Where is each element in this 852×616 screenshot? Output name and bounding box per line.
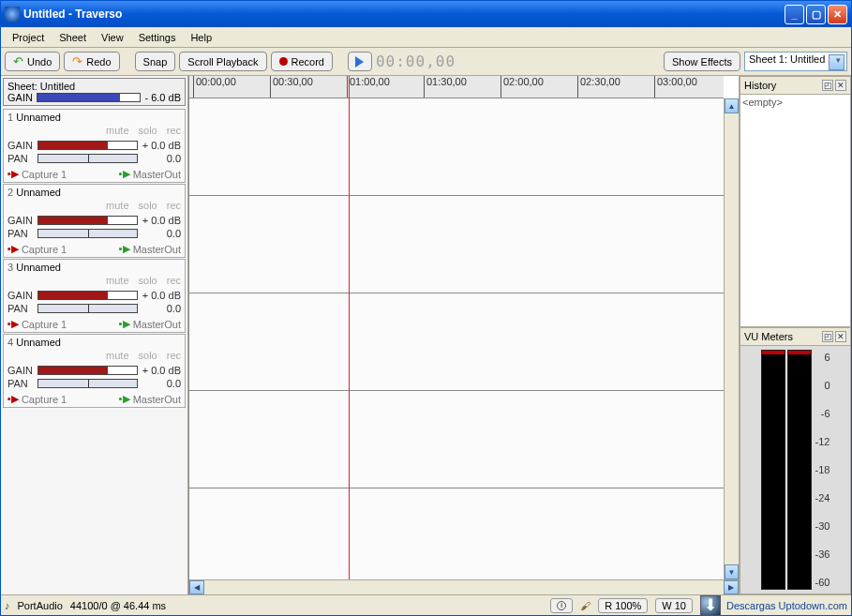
info-button[interactable]: i	[550, 598, 573, 613]
gain-slider[interactable]	[37, 141, 138, 150]
input-bus[interactable]: ▪▶Capture 1	[7, 393, 67, 405]
scroll-left-icon[interactable]: ◀	[189, 580, 204, 594]
zoom-r-label: R 100%	[605, 600, 641, 611]
record-button[interactable]: Record	[271, 52, 333, 71]
minimize-button[interactable]: _	[785, 5, 804, 24]
track-name[interactable]: Unnamed	[16, 262, 61, 273]
pan-slider[interactable]	[37, 304, 138, 313]
ruler-mark: 03:00,00	[654, 76, 697, 98]
input-bus[interactable]: ▪▶Capture 1	[7, 168, 67, 180]
rec-button[interactable]: rec	[167, 200, 181, 211]
undock-icon[interactable]: ◰	[822, 331, 833, 342]
show-effects-label: Show Effects	[672, 56, 732, 68]
playhead[interactable]	[349, 76, 350, 579]
output-icon: ▪▶	[119, 168, 130, 180]
output-bus[interactable]: ▪▶MasterOut	[119, 168, 181, 180]
track-number: 1	[7, 112, 13, 123]
vertical-scrollbar[interactable]: ▲ ▼	[724, 98, 739, 579]
track-name[interactable]: Unnamed	[16, 112, 61, 123]
rec-button[interactable]: rec	[167, 350, 181, 361]
zoom-w-button[interactable]: W 10	[655, 598, 693, 613]
close-button[interactable]: ✕	[828, 5, 847, 24]
close-panel-icon[interactable]: ✕	[835, 80, 846, 91]
track-lane[interactable]	[189, 293, 739, 391]
menu-project[interactable]: Project	[5, 29, 52, 46]
track-name[interactable]: Unnamed	[16, 187, 61, 198]
gain-value: + 0.0 dB	[142, 365, 181, 376]
mute-button[interactable]: mute	[106, 350, 128, 361]
gain-slider[interactable]	[37, 216, 138, 225]
undo-label: Undo	[27, 56, 52, 68]
time-ruler[interactable]: 00:00,00 00:30,00 01:00,00 01:30,00 02:0…	[189, 76, 724, 98]
horizontal-scrollbar[interactable]: ◀ ▶	[189, 579, 739, 594]
mute-button[interactable]: mute	[106, 200, 128, 211]
undock-icon[interactable]: ◰	[822, 80, 833, 91]
history-panel[interactable]: <empty>	[740, 95, 851, 327]
output-bus[interactable]: ▪▶MasterOut	[119, 393, 181, 405]
sheet-gain-label: GAIN	[7, 92, 33, 103]
scroll-playback-button[interactable]: Scroll Playback	[179, 52, 266, 71]
vu-panel-title: VU Meters ◰✕	[740, 327, 851, 346]
show-effects-button[interactable]: Show Effects	[664, 52, 740, 71]
track-lane[interactable]	[189, 488, 739, 586]
rec-button[interactable]: rec	[167, 125, 181, 136]
pan-value: 0.0	[142, 228, 181, 239]
mute-button[interactable]: mute	[106, 125, 128, 136]
mute-button[interactable]: mute	[106, 275, 128, 286]
pan-value: 0.0	[142, 153, 181, 164]
scroll-right-icon[interactable]: ▶	[724, 580, 739, 594]
sample-rate: 44100/0 @ 46.44 ms	[70, 600, 166, 611]
close-panel-icon[interactable]: ✕	[835, 331, 846, 342]
track-header[interactable]: 4 UnnamedmutesolorecGAIN+ 0.0 dBPAN0.0▪▶…	[3, 334, 186, 408]
gain-slider[interactable]	[37, 366, 138, 375]
input-bus[interactable]: ▪▶Capture 1	[7, 243, 67, 255]
output-icon: ▪▶	[119, 243, 130, 255]
track-lane[interactable]	[189, 98, 739, 196]
undo-button[interactable]: ↶Undo	[5, 52, 60, 71]
pan-slider[interactable]	[37, 229, 138, 238]
gain-label: GAIN	[7, 290, 34, 301]
timecode-display: 00:00,00	[376, 53, 456, 70]
track-lane[interactable]	[189, 391, 739, 488]
rec-button[interactable]: rec	[167, 275, 181, 286]
menu-sheet[interactable]: Sheet	[52, 29, 94, 46]
sheet-header: Sheet: Untitled GAIN - 6.0 dB	[3, 78, 186, 106]
tracks-panel: Sheet: Untitled GAIN - 6.0 dB 1 Unnamedm…	[1, 76, 188, 594]
solo-button[interactable]: solo	[139, 125, 157, 136]
zoom-r-button[interactable]: R 100%	[598, 598, 648, 613]
tracks-canvas[interactable]	[189, 98, 739, 594]
tool-icon[interactable]: 🖌	[580, 600, 590, 611]
vu-panel: 6 0 -6 -12 -18 -24 -30 -36 -60	[740, 346, 851, 594]
vu-meter-left	[761, 350, 785, 590]
menu-settings[interactable]: Settings	[131, 29, 184, 46]
track-header[interactable]: 2 UnnamedmutesolorecGAIN+ 0.0 dBPAN0.0▪▶…	[3, 184, 186, 258]
solo-button[interactable]: solo	[139, 275, 157, 286]
menu-help[interactable]: Help	[183, 29, 219, 46]
output-bus[interactable]: ▪▶MasterOut	[119, 318, 181, 330]
play-button[interactable]	[348, 52, 372, 71]
titlebar: Untitled - Traverso _ ▢ ✕	[1, 1, 851, 27]
maximize-button[interactable]: ▢	[806, 5, 826, 24]
input-icon: ▪▶	[7, 243, 19, 255]
solo-button[interactable]: solo	[139, 200, 157, 211]
sheet-selector[interactable]: Sheet 1: Untitled	[744, 52, 847, 71]
timeline[interactable]: 00:00,00 00:30,00 01:00,00 01:30,00 02:0…	[188, 76, 739, 594]
redo-button[interactable]: ↷Redo	[64, 52, 119, 71]
track-lane[interactable]	[189, 196, 739, 293]
gain-slider[interactable]	[37, 291, 138, 300]
solo-button[interactable]: solo	[139, 350, 157, 361]
sheet-gain-slider[interactable]	[37, 93, 142, 102]
play-icon	[355, 56, 364, 68]
pan-slider[interactable]	[37, 154, 138, 163]
zoom-w-label: W 10	[662, 600, 686, 611]
input-bus[interactable]: ▪▶Capture 1	[7, 318, 67, 330]
scroll-up-icon[interactable]: ▲	[725, 98, 739, 113]
menu-view[interactable]: View	[94, 29, 131, 46]
track-name[interactable]: Unnamed	[16, 337, 61, 348]
output-bus[interactable]: ▪▶MasterOut	[119, 243, 181, 255]
snap-button[interactable]: Snap	[135, 52, 176, 71]
pan-slider[interactable]	[37, 379, 138, 388]
track-header[interactable]: 3 UnnamedmutesolorecGAIN+ 0.0 dBPAN0.0▪▶…	[3, 259, 186, 333]
scroll-down-icon[interactable]: ▼	[725, 564, 739, 579]
track-header[interactable]: 1 UnnamedmutesolorecGAIN+ 0.0 dBPAN0.0▪▶…	[3, 109, 186, 183]
